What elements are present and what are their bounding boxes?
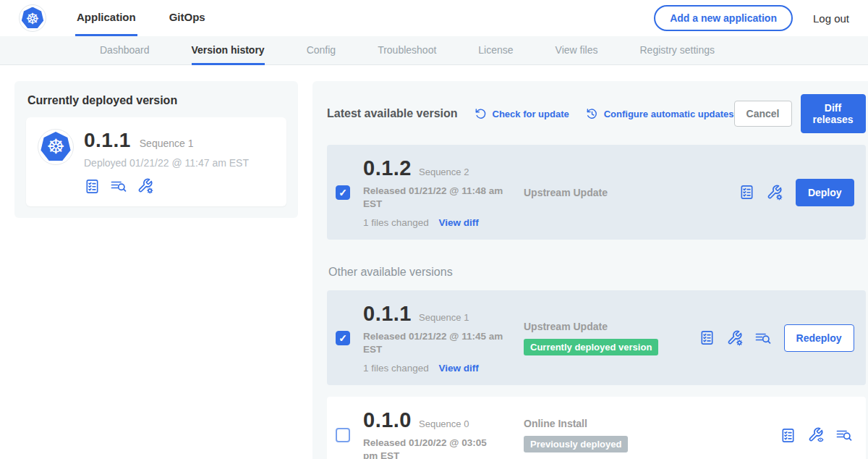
check-for-update-link[interactable]: Check for update xyxy=(474,107,569,121)
version-actions-icons xyxy=(739,184,783,201)
released-timestamp: Released 01/21/22 @ 11:48 am EST xyxy=(363,185,503,210)
nav-tab-application[interactable]: Application xyxy=(75,0,137,36)
version-row-0-1-1: 0.1.1 Sequence 1 Released 01/21/22 @ 11:… xyxy=(327,290,866,385)
version-number: 0.1.2 xyxy=(363,156,412,180)
preflight-checks-icon[interactable] xyxy=(780,427,796,444)
tab-registry-settings[interactable]: Registry settings xyxy=(639,36,714,65)
deploy-logs-icon[interactable] xyxy=(835,426,853,444)
deployed-timestamp: Deployed 01/21/22 @ 11:47 am EST xyxy=(84,157,249,169)
tab-dashboard[interactable]: Dashboard xyxy=(100,36,150,65)
version-row-0-1-0: 0.1.0 Sequence 0 Released 01/20/22 @ 03:… xyxy=(327,397,866,459)
app-logo: ☸ xyxy=(19,4,46,32)
logout-button[interactable]: Log out xyxy=(813,12,849,25)
main-content: Currently deployed version ☸ 0.1.1 Seque… xyxy=(0,65,868,459)
released-timestamp: Released 01/20/22 @ 03:05 pm EST xyxy=(363,437,503,459)
kubernetes-logo-icon: ☸ xyxy=(22,7,44,30)
version-source: Online Install Previously deployed xyxy=(524,418,780,452)
deployed-sequence-label: Sequence 1 xyxy=(140,138,194,149)
header-right: Add a new application Log out xyxy=(654,5,868,31)
version-number: 0.1.0 xyxy=(363,408,412,432)
cancel-button[interactable]: Cancel xyxy=(734,101,792,127)
tab-version-history[interactable]: Version history xyxy=(192,36,265,65)
tab-license[interactable]: License xyxy=(478,36,513,65)
currently-deployed-panel: Currently deployed version ☸ 0.1.1 Seque… xyxy=(14,81,298,218)
header-nav: Application GitOps xyxy=(75,0,237,36)
tab-config[interactable]: Config xyxy=(307,36,336,65)
source-label: Online Install xyxy=(524,418,780,429)
deployed-version-number: 0.1.1 xyxy=(84,129,131,152)
version-checkbox[interactable] xyxy=(336,331,350,345)
version-info: 0.1.0 Sequence 0 Released 01/20/22 @ 03:… xyxy=(363,408,503,459)
source-label: Upstream Update xyxy=(524,187,739,198)
sequence-label: Sequence 2 xyxy=(419,167,469,177)
add-new-application-button[interactable]: Add a new application xyxy=(654,5,793,31)
latest-version-header: Latest available version Check for updat… xyxy=(327,94,866,133)
currently-deployed-badge: Currently deployed version xyxy=(524,339,658,355)
version-info: 0.1.1 Sequence 1 Released 01/21/22 @ 11:… xyxy=(363,302,503,374)
version-history-panel: Latest available version Check for updat… xyxy=(312,81,868,459)
currently-deployed-title: Currently deployed version xyxy=(27,94,286,107)
version-source: Upstream Update Currently deployed versi… xyxy=(524,321,699,355)
version-row-0-1-2: 0.1.2 Sequence 2 Released 01/21/22 @ 11:… xyxy=(327,145,866,240)
files-changed-label: 1 files changed xyxy=(363,217,429,228)
version-number: 0.1.1 xyxy=(363,302,412,326)
app-icon: ☸ xyxy=(38,129,74,165)
previously-deployed-badge: Previously deployed xyxy=(524,436,628,452)
diff-releases-button[interactable]: Diff releases xyxy=(801,94,866,133)
preflight-checks-icon[interactable] xyxy=(84,178,101,195)
deploy-logs-icon[interactable] xyxy=(754,329,772,347)
version-actions-icons xyxy=(780,426,853,444)
other-versions-title: Other available versions xyxy=(328,266,866,279)
released-timestamp: Released 01/21/22 @ 11:45 am EST xyxy=(363,330,503,355)
deploy-button[interactable]: Deploy xyxy=(796,179,854,206)
version-info: 0.1.2 Sequence 2 Released 01/21/22 @ 11:… xyxy=(363,156,503,228)
deployed-version-body: 0.1.1 Sequence 1 Deployed 01/21/22 @ 11:… xyxy=(84,129,249,195)
deploy-logs-icon[interactable] xyxy=(110,177,127,195)
edit-config-icon[interactable] xyxy=(137,177,154,195)
tab-view-files[interactable]: View files xyxy=(556,36,598,65)
version-checkbox[interactable] xyxy=(336,185,350,200)
sequence-label: Sequence 1 xyxy=(419,312,469,323)
automatic-updates-icon xyxy=(585,107,599,121)
app-subnav: Dashboard Version history Config Trouble… xyxy=(0,36,868,65)
sequence-label: Sequence 0 xyxy=(419,418,469,429)
configure-updates-link[interactable]: Configure automatic updates xyxy=(585,107,734,121)
latest-version-title: Latest available version xyxy=(327,107,458,120)
files-changed-label: 1 files changed xyxy=(363,363,429,374)
preflight-checks-icon[interactable] xyxy=(699,329,715,346)
tab-troubleshoot[interactable]: Troubleshoot xyxy=(378,36,436,65)
edit-config-icon[interactable] xyxy=(766,184,783,201)
version-checkbox[interactable] xyxy=(336,428,350,442)
edit-config-icon[interactable] xyxy=(726,329,744,347)
deployed-version-card: ☸ 0.1.1 Sequence 1 Deployed 01/21/22 @ 1… xyxy=(26,117,286,206)
version-source: Upstream Update xyxy=(524,187,739,198)
kubernetes-app-icon: ☸ xyxy=(41,132,71,162)
redeploy-button[interactable]: Redeploy xyxy=(784,324,854,352)
view-config-icon[interactable] xyxy=(807,426,825,444)
source-label: Upstream Update xyxy=(524,321,699,332)
top-header: ☸ Application GitOps Add a new applicati… xyxy=(0,0,868,36)
check-for-update-label: Check for update xyxy=(493,109,569,119)
configure-updates-label: Configure automatic updates xyxy=(604,109,734,119)
version-actions-icons xyxy=(699,329,772,347)
preflight-checks-icon[interactable] xyxy=(739,184,755,201)
view-diff-link[interactable]: View diff xyxy=(439,217,479,228)
view-diff-link[interactable]: View diff xyxy=(439,363,479,374)
nav-tab-gitops[interactable]: GitOps xyxy=(168,0,207,36)
check-update-icon xyxy=(474,107,488,121)
